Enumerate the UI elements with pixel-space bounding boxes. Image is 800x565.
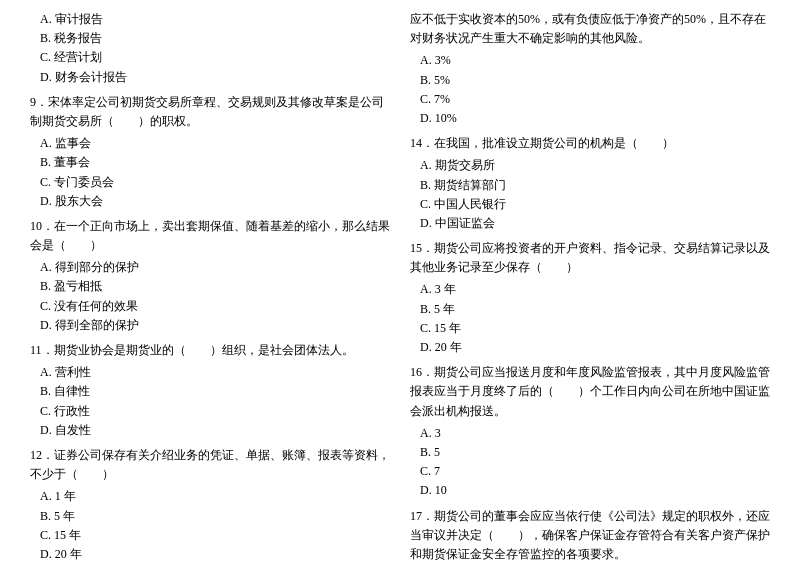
left-column: A. 审计报告 B. 税务报告 C. 经营计划 D. 财务会计报告 9．宋体率定… xyxy=(30,10,390,565)
question-13-cont: 应不低于实收资本的50%，或有负债应低于净资产的50%，且不存在对财务状况产生重… xyxy=(410,10,770,128)
q12-option-a: A. 1 年 xyxy=(40,487,390,506)
question-15-text: 15．期货公司应将投资者的开户资料、指令记录、交易结算记录以及其他业务记录至少保… xyxy=(410,239,770,277)
q11-option-a: A. 营利性 xyxy=(40,363,390,382)
q12-option-d: D. 20 年 xyxy=(40,545,390,564)
question-14: 14．在我国，批准设立期货公司的机构是（ ） A. 期货交易所 B. 期货结算部… xyxy=(410,134,770,233)
q10-option-a: A. 得到部分的保护 xyxy=(40,258,390,277)
q10-option-c: C. 没有任何的效果 xyxy=(40,297,390,316)
q9-option-a: A. 监事会 xyxy=(40,134,390,153)
question-17: 17．期货公司的董事会应应当依行使《公司法》规定的职权外，还应当审议并决定（ ）… xyxy=(410,507,770,566)
question-14-text: 14．在我国，批准设立期货公司的机构是（ ） xyxy=(410,134,770,153)
question-13-cont-text: 应不低于实收资本的50%，或有负债应低于净资产的50%，且不存在对财务状况产生重… xyxy=(410,10,770,48)
q13-option-c: C. 7% xyxy=(420,90,770,109)
q15-option-a: A. 3 年 xyxy=(420,280,770,299)
question-16-text: 16．期货公司应当报送月度和年度风险监管报表，其中月度风险监管报表应当于月度终了… xyxy=(410,363,770,421)
q16-option-a: A. 3 xyxy=(420,424,770,443)
option-b: B. 税务报告 xyxy=(40,29,390,48)
q12-option-c: C. 15 年 xyxy=(40,526,390,545)
right-column: 应不低于实收资本的50%，或有负债应低于净资产的50%，且不存在对财务状况产生重… xyxy=(410,10,770,565)
q11-option-b: B. 自律性 xyxy=(40,382,390,401)
question-10-text: 10．在一个正向市场上，卖出套期保值、随着基差的缩小，那么结果会是（ ） xyxy=(30,217,390,255)
option-label: A. 审计报告 xyxy=(40,12,103,26)
question-17-text: 17．期货公司的董事会应应当依行使《公司法》规定的职权外，还应当审议并决定（ ）… xyxy=(410,507,770,565)
q9-option-c: C. 专门委员会 xyxy=(40,173,390,192)
q10-option-b: B. 盈亏相抵 xyxy=(40,277,390,296)
question-9-text: 9．宋体率定公司初期货交易所章程、交易规则及其修改草案是公司制期货交易所（ ）的… xyxy=(30,93,390,131)
question-15: 15．期货公司应将投资者的开户资料、指令记录、交易结算记录以及其他业务记录至少保… xyxy=(410,239,770,357)
q13-option-a: A. 3% xyxy=(420,51,770,70)
q11-option-d: D. 自发性 xyxy=(40,421,390,440)
q16-option-d: D. 10 xyxy=(420,481,770,500)
question-11: 11．期货业协会是期货业的（ ）组织，是社会团体法人。 A. 营利性 B. 自律… xyxy=(30,341,390,440)
q15-option-b: B. 5 年 xyxy=(420,300,770,319)
q14-option-d: D. 中国证监会 xyxy=(420,214,770,233)
question-11-text: 11．期货业协会是期货业的（ ）组织，是社会团体法人。 xyxy=(30,341,390,360)
option-label: B. 税务报告 xyxy=(40,31,102,45)
q15-option-c: C. 15 年 xyxy=(420,319,770,338)
q14-option-b: B. 期货结算部门 xyxy=(420,176,770,195)
q15-option-d: D. 20 年 xyxy=(420,338,770,357)
prev-question-options: A. 审计报告 B. 税务报告 C. 经营计划 D. 财务会计报告 xyxy=(30,10,390,87)
option-label: D. 财务会计报告 xyxy=(40,70,127,84)
option-c: C. 经营计划 xyxy=(40,48,390,67)
option-a: A. 审计报告 xyxy=(40,10,390,29)
question-12-text: 12．证券公司保存有关介绍业务的凭证、单据、账簿、报表等资料，不少于（ ） xyxy=(30,446,390,484)
q16-option-b: B. 5 xyxy=(420,443,770,462)
q12-option-b: B. 5 年 xyxy=(40,507,390,526)
q10-option-d: D. 得到全部的保护 xyxy=(40,316,390,335)
q9-option-b: B. 董事会 xyxy=(40,153,390,172)
option-d: D. 财务会计报告 xyxy=(40,68,390,87)
question-16: 16．期货公司应当报送月度和年度风险监管报表，其中月度风险监管报表应当于月度终了… xyxy=(410,363,770,500)
page-content: A. 审计报告 B. 税务报告 C. 经营计划 D. 财务会计报告 9．宋体率定… xyxy=(30,10,770,565)
q14-option-c: C. 中国人民银行 xyxy=(420,195,770,214)
q16-option-c: C. 7 xyxy=(420,462,770,481)
question-12: 12．证券公司保存有关介绍业务的凭证、单据、账簿、报表等资料，不少于（ ） A.… xyxy=(30,446,390,564)
q13-option-b: B. 5% xyxy=(420,71,770,90)
q11-option-c: C. 行政性 xyxy=(40,402,390,421)
q13-option-d: D. 10% xyxy=(420,109,770,128)
question-10: 10．在一个正向市场上，卖出套期保值、随着基差的缩小，那么结果会是（ ） A. … xyxy=(30,217,390,335)
option-label: C. 经营计划 xyxy=(40,50,102,64)
q14-option-a: A. 期货交易所 xyxy=(420,156,770,175)
question-9: 9．宋体率定公司初期货交易所章程、交易规则及其修改草案是公司制期货交易所（ ）的… xyxy=(30,93,390,211)
q9-option-d: D. 股东大会 xyxy=(40,192,390,211)
